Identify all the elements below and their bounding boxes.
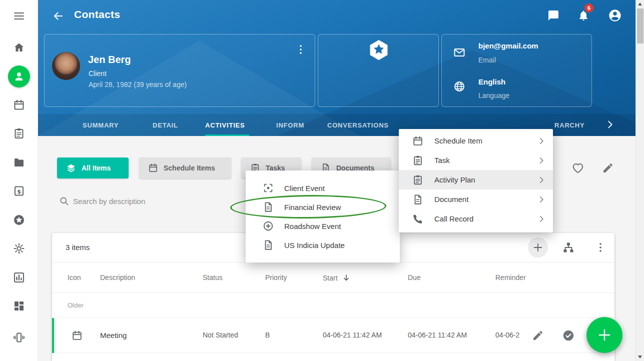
- calendar-icon: [412, 136, 423, 146]
- profile-card: Jen Berg Client April 28, 1982 (39 years…: [44, 34, 315, 107]
- column-label: Start: [323, 274, 338, 282]
- column-due[interactable]: Due: [408, 274, 421, 282]
- menu-item-label: Document: [434, 195, 537, 204]
- settings-icon[interactable]: [13, 242, 25, 254]
- back-icon[interactable]: [52, 10, 64, 22]
- menu-item-task[interactable]: Task: [399, 150, 553, 170]
- menu-item-document[interactable]: Document: [399, 190, 553, 209]
- language-label: Language: [478, 92, 509, 100]
- cell-reminder: 04-06-2: [495, 331, 519, 339]
- menu-item-label: Schedule Item: [434, 136, 537, 145]
- hierarchy-view-icon[interactable]: [562, 242, 574, 254]
- contact-type: Client: [89, 70, 107, 78]
- menu-item-label: Task: [434, 156, 537, 164]
- account-icon[interactable]: [608, 8, 622, 22]
- column-icon[interactable]: Icon: [68, 274, 81, 282]
- scrollbar-up-arrow[interactable]: [638, 2, 642, 6]
- scrollbar-thumb[interactable]: [637, 8, 643, 44]
- contact-email: bjen@gmail.com: [478, 42, 538, 50]
- page-title: Contacts: [74, 8, 120, 20]
- home-icon[interactable]: [13, 42, 25, 54]
- badge-card: [318, 34, 439, 107]
- column-start[interactable]: Start: [323, 274, 351, 282]
- tab-hierarchy[interactable]: RARCHY: [554, 122, 584, 129]
- new-activity-menu: Schedule Item Task Activity Plan Documen…: [399, 129, 553, 232]
- cell-due: 04-06-21 11:42 AM: [408, 331, 467, 339]
- activity-plan-submenu: Client Event Financial Review Roadshow E…: [246, 170, 400, 262]
- profile-more-icon[interactable]: [295, 44, 307, 56]
- document-icon: [263, 240, 274, 250]
- star-badge-icon: [367, 38, 390, 62]
- plus-circle-icon: [263, 220, 274, 232]
- calendar-icon[interactable]: [13, 99, 25, 111]
- phone-icon: [412, 214, 423, 224]
- dashboard-icon[interactable]: [13, 300, 25, 312]
- tab-conversations[interactable]: CONVERSATIONS: [327, 122, 389, 129]
- menu-item-label: Call Record: [434, 214, 537, 223]
- folder-icon[interactable]: [13, 156, 25, 168]
- filter-all-items-button[interactable]: All Items: [57, 158, 129, 178]
- filter-schedule-items-button[interactable]: Schedule Items: [139, 158, 231, 178]
- column-reminder[interactable]: Reminder: [495, 274, 526, 282]
- tab-detail[interactable]: DETAIL: [153, 122, 178, 129]
- document-icon: [263, 202, 274, 212]
- submenu-item-label: Client Event: [284, 184, 325, 192]
- contact-birthdate: April 28, 1982 (39 years of age): [89, 80, 187, 88]
- tab-summary[interactable]: SUMMARY: [83, 122, 119, 129]
- tasks-icon[interactable]: [13, 128, 25, 140]
- contact-hero: Contacts 6 Jen Berg Client April 28, 198…: [38, 0, 635, 136]
- column-priority[interactable]: Priority: [265, 274, 287, 282]
- menu-item-activity-plan[interactable]: Activity Plan: [399, 170, 553, 190]
- tabs-overflow-chevron-icon[interactable]: [604, 119, 615, 130]
- submenu-item-roadshow-event[interactable]: Roadshow Event: [246, 216, 400, 236]
- chevron-right-icon: [537, 156, 546, 165]
- table-header-row: Icon Description Status Priority Start D…: [52, 262, 614, 293]
- reports-icon[interactable]: [13, 272, 25, 284]
- app-window: $: [0, 0, 644, 361]
- scrollbar-down-arrow[interactable]: [638, 356, 642, 358]
- submenu-item-label: Financial Review: [284, 203, 341, 212]
- row-accent-bar: [52, 318, 54, 353]
- add-item-button[interactable]: [528, 238, 548, 258]
- row-complete-check-icon[interactable]: [562, 329, 575, 342]
- globe-icon: [453, 80, 465, 92]
- favorite-heart-icon[interactable]: [571, 162, 584, 174]
- submenu-item-financial-review[interactable]: Financial Review: [246, 198, 400, 216]
- submenu-item-label: Roadshow Event: [284, 222, 341, 230]
- document-icon: [412, 194, 423, 205]
- column-description[interactable]: Description: [100, 274, 135, 282]
- submenu-item-label: US Indicia Update: [284, 241, 345, 250]
- submenu-item-us-indicia-update[interactable]: US Indicia Update: [246, 236, 400, 254]
- contacts-icon[interactable]: [8, 66, 30, 88]
- search-icon: [59, 196, 69, 206]
- calendar-icon: [148, 163, 158, 173]
- scrollbar[interactable]: [635, 0, 644, 361]
- menu-item-call-record[interactable]: Call Record: [399, 209, 553, 228]
- table-row[interactable]: Meeting Not Started B 04-06-21 11:42 AM …: [52, 318, 614, 353]
- edit-pencil-icon[interactable]: [602, 162, 614, 174]
- tab-activities[interactable]: ACTIVITIES: [205, 122, 245, 129]
- clipboard-icon: [412, 155, 423, 166]
- search-input[interactable]: [73, 194, 238, 208]
- submenu-item-client-event[interactable]: Client Event: [246, 178, 400, 198]
- menu-icon[interactable]: [13, 10, 25, 22]
- filter-label: Schedule Items: [164, 164, 215, 172]
- add-fab-button[interactable]: [586, 317, 622, 353]
- cell-description: Meeting: [100, 331, 127, 340]
- menu-item-schedule-item[interactable]: Schedule Item: [399, 131, 553, 150]
- tab-inform[interactable]: INFORM: [276, 122, 304, 129]
- favorites-icon[interactable]: [13, 214, 25, 226]
- billing-icon[interactable]: [13, 185, 25, 197]
- mobile-icon[interactable]: [13, 332, 25, 344]
- table-more-icon[interactable]: [594, 242, 606, 254]
- contact-language: English: [478, 78, 505, 86]
- sort-descending-icon: [342, 274, 351, 282]
- column-status[interactable]: Status: [203, 274, 223, 282]
- row-edit-pencil-icon[interactable]: [532, 330, 544, 342]
- plus-icon: [597, 328, 612, 342]
- group-row: Older: [52, 293, 614, 318]
- chevron-right-icon: [537, 136, 546, 146]
- calendar-icon: [72, 330, 83, 341]
- chat-icon[interactable]: [547, 10, 559, 22]
- cell-start: 04-06-21 11:42 AM: [323, 331, 382, 339]
